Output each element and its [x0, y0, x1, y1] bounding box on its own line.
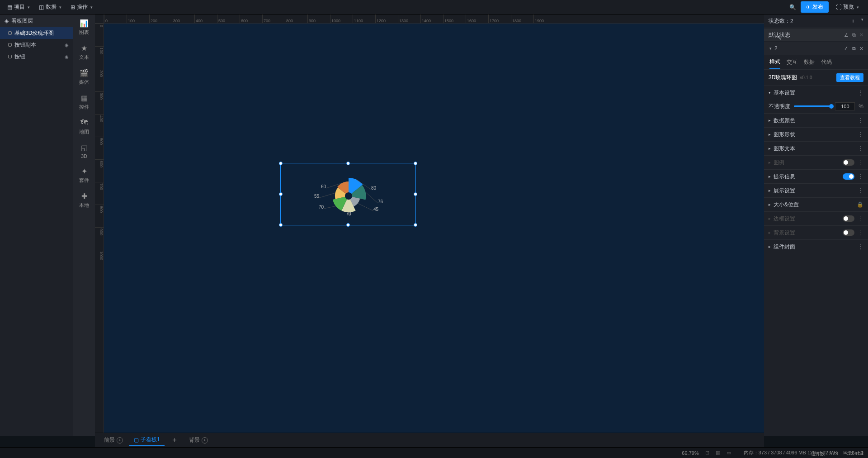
copy-icon[interactable]: ⧉ — [852, 46, 856, 52]
bottom-tabs: 前景 + ▢ 子看板1 ＋ 背景 + — [95, 433, 764, 447]
palette-local[interactable]: ✚本地 — [79, 192, 89, 209]
resize-handle-w[interactable] — [279, 192, 283, 196]
edit-icon[interactable]: ∠ — [844, 32, 849, 38]
resize-handle-sw[interactable] — [279, 223, 283, 227]
more-icon[interactable]: ⋮ — [858, 131, 863, 138]
search-icon: 🔍 — [789, 4, 796, 10]
section-legend[interactable]: ▸图例⋮ — [764, 156, 868, 169]
resize-handle-e[interactable] — [414, 192, 417, 196]
resize-handle-nw[interactable] — [279, 162, 283, 165]
tab-background[interactable]: 背景 + — [184, 434, 212, 446]
palette-label: 控件 — [79, 104, 89, 110]
tutorial-button[interactable]: 查看教程 — [836, 73, 863, 82]
resize-handle-s[interactable] — [346, 223, 350, 227]
ruler-tick: 300 — [95, 91, 104, 114]
resize-handle-se[interactable] — [414, 223, 417, 227]
palette-chart[interactable]: 📊图表 — [79, 19, 89, 36]
ruler-tick: 1400 — [420, 14, 443, 23]
canvas[interactable]: 0100200300400500600700800900100011001200… — [95, 14, 764, 436]
palette-media[interactable]: 🎬媒体 — [79, 69, 89, 86]
rose-pie-chart[interactable]: 80764570705560 — [281, 163, 416, 226]
caret-icon: ▸ — [768, 92, 772, 94]
section-bg[interactable]: ▸背景设置⋮ — [764, 226, 868, 239]
tab-interact[interactable]: 交互 — [787, 56, 797, 69]
state-item-default[interactable]: 默认状态 ↖ ∠ ⧉ ✕ — [764, 29, 868, 41]
tab-label: 前景 — [104, 436, 115, 444]
add-state-button[interactable]: ＋ — [850, 17, 856, 25]
copy-icon[interactable]: ⧉ — [852, 32, 856, 38]
tab-add[interactable]: ＋ — [166, 434, 183, 447]
search-button[interactable]: 🔍 — [786, 1, 799, 14]
section-border[interactable]: ▸边框设置⋮ — [764, 212, 868, 225]
tab-data[interactable]: 数据 — [804, 56, 815, 69]
more-icon[interactable]: ⋮ — [858, 243, 863, 250]
more-icon[interactable]: ⋮ — [858, 159, 863, 166]
palette-kit[interactable]: ✦套件 — [79, 167, 89, 184]
section-tooltip[interactable]: ▸提示信息⋮ — [764, 170, 868, 183]
resize-handle-n[interactable] — [346, 162, 350, 165]
map-icon: 🗺 — [80, 119, 88, 127]
stage[interactable]: 80764570705560 — [104, 24, 764, 436]
section-shape[interactable]: ▸图形形状⋮ — [764, 128, 868, 141]
plus-icon[interactable]: + — [117, 437, 123, 444]
opacity-slider[interactable] — [794, 105, 831, 107]
publish-button[interactable]: ✈ 发布 — [801, 1, 829, 13]
legend-toggle[interactable] — [843, 159, 854, 166]
visibility-icon[interactable]: ◉ — [65, 54, 69, 59]
menu-ops[interactable]: ⊞ 操作 ▾ — [67, 1, 96, 13]
layer-item[interactable]: 基础3D玫瑰环图 — [0, 27, 73, 39]
lock-icon[interactable]: 🔒 — [857, 201, 863, 208]
preview-button[interactable]: ⛶ 预览 ▾ — [830, 1, 864, 13]
palette-text[interactable]: ★文本 — [79, 44, 89, 61]
tab-foreground[interactable]: 前景 + — [99, 434, 127, 446]
palette-3d[interactable]: ◱3D — [80, 143, 88, 159]
close-icon[interactable]: ✕ — [859, 46, 863, 52]
tab-subboard-1[interactable]: ▢ 子看板1 — [129, 434, 165, 446]
section-label: 基本设置 — [774, 89, 795, 97]
resize-handle-ne[interactable] — [414, 162, 417, 165]
tab-label: 背景 — [189, 436, 200, 444]
chevron-down-icon[interactable]: ▾ — [861, 17, 863, 25]
section-size-pos[interactable]: ▸大小&位置🔒 — [764, 198, 868, 211]
border-toggle[interactable] — [843, 215, 854, 222]
plus-icon[interactable]: + — [202, 437, 208, 444]
state-item-2[interactable]: ▾ 2 ∠ ⧉ ✕ — [764, 42, 868, 55]
selection-box[interactable]: 80764570705560 — [280, 163, 416, 225]
more-icon[interactable]: ⋮ — [858, 229, 863, 236]
layer-panel-header: ◈ 看板图层 — [0, 14, 73, 27]
layer-item[interactable]: 按钮◉ — [0, 51, 73, 62]
tab-code[interactable]: 代码 — [821, 56, 832, 69]
more-icon[interactable]: ⋮ — [858, 173, 863, 180]
more-icon[interactable]: ⋮ — [858, 187, 863, 194]
bg-toggle[interactable] — [843, 229, 854, 236]
layer-icon — [8, 43, 12, 47]
tab-style[interactable]: 样式 — [769, 55, 780, 69]
file-icon: ▤ — [7, 4, 12, 10]
edit-icon[interactable]: ∠ — [844, 46, 849, 52]
visibility-icon[interactable]: ◉ — [65, 43, 69, 48]
section-label: 图例 — [774, 159, 784, 167]
ruler-tick: 100 — [127, 14, 149, 23]
tab-label: 子看板1 — [141, 436, 160, 444]
section-data-color[interactable]: ▸数据颜色⋮ — [764, 114, 868, 127]
section-display[interactable]: ▸展示设置⋮ — [764, 184, 868, 197]
section-basic[interactable]: ▸ 基本设置 ⋮ — [764, 86, 868, 100]
grid-icon: ⊞ — [71, 4, 75, 10]
palette-map[interactable]: 🗺地图 — [79, 119, 89, 135]
section-text[interactable]: ▸图形文本⋮ — [764, 142, 868, 155]
menu-project[interactable]: ▤ 项目 ▾ — [4, 1, 33, 13]
more-icon[interactable]: ⋮ — [858, 145, 863, 152]
menu-data[interactable]: ◫ 数据 ▾ — [35, 1, 65, 13]
more-icon[interactable]: ⋮ — [858, 90, 863, 96]
more-icon[interactable]: ⋮ — [858, 215, 863, 222]
tooltip-toggle[interactable] — [843, 173, 854, 180]
ruler-tick: 100 — [95, 46, 104, 69]
ruler-tick: 800 — [285, 14, 307, 23]
section-cover[interactable]: ▸组件封面⋮ — [764, 240, 868, 253]
layer-item[interactable]: 按钮副本◉ — [0, 39, 73, 51]
more-icon[interactable]: ⋮ — [858, 117, 863, 124]
caret-icon: ▸ — [769, 230, 771, 235]
palette-control[interactable]: ▦控件 — [79, 94, 89, 110]
section-label: 图形文本 — [774, 145, 795, 153]
opacity-input[interactable] — [835, 102, 855, 110]
